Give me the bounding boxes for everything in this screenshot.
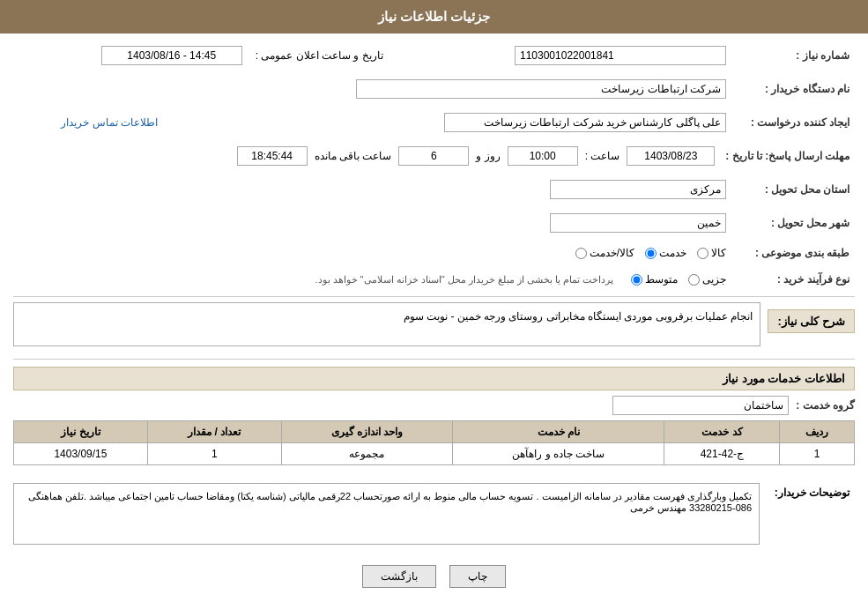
category-row: طبقه بندی موضوعی : کالا خدمت کالا/خدمت	[13, 243, 855, 263]
buyer-notes-box[interactable]: تکمیل وبارگذاری فهرست مقادیر در سامانه ا…	[13, 483, 760, 545]
purchase-type-row: نوع فرآیند خرید : جزیی متوسط	[13, 270, 855, 289]
category-khedmat-radio[interactable]	[645, 248, 657, 259]
need-number-label: شماره نیاز :	[731, 42, 855, 69]
category-kala-khedmat-label: کالا/خدمت	[590, 247, 634, 259]
announce-date-label: تاریخ و ساعت اعلان عمومی :	[248, 42, 389, 69]
deadline-days-label: روز و	[476, 150, 500, 162]
deadline-row: مهلت ارسال پاسخ: تا تاریخ : 1403/08/23 س…	[13, 143, 855, 169]
deadline-remaining-field: 18:45:44	[237, 146, 308, 166]
purchase-type-options: جزیی متوسط پرداخت تمام یا بخشی از مبلغ خ…	[13, 270, 731, 289]
row-unit: مجموعه	[281, 443, 452, 465]
services-section-title: اطلاعات خدمات مورد نیاز	[13, 367, 855, 390]
back-button[interactable]: بازگشت	[362, 565, 436, 588]
divider-2	[13, 359, 855, 360]
category-kala-khedmat[interactable]: کالا/خدمت	[575, 247, 634, 259]
row-name: ساخت جاده و راهآهن	[453, 443, 664, 465]
category-kala[interactable]: کالا	[697, 247, 726, 259]
purchase-type-motavasset-radio[interactable]	[631, 274, 642, 286]
description-row: شرح کلی نیاز: انجام عملیات برفروبی موردی…	[13, 302, 855, 353]
city-field: خمین	[550, 213, 726, 233]
province-value: مرکزی	[13, 176, 731, 203]
services-table: ردیف کد خدمت نام خدمت واحد اندازه گیری ت…	[13, 420, 855, 465]
purchase-type-motavasset[interactable]: متوسط	[631, 273, 678, 286]
purchase-type-note: پرداخت تمام یا بخشی از مبلغ خریدار محل "…	[315, 274, 613, 286]
buyer-name-field: شرکت ارتباطات زیرساخت	[356, 79, 726, 99]
city-row: شهر محل تحویل : خمین	[13, 210, 855, 236]
buyer-name-value: شرکت ارتباطات زیرساخت	[13, 76, 731, 102]
category-label: طبقه بندی موضوعی :	[731, 243, 855, 263]
row-num: 1	[780, 443, 855, 465]
services-th-name: نام خدمت	[453, 421, 664, 443]
description-section-title: شرح کلی نیاز:	[768, 309, 855, 333]
creator-row: ایجاد کننده درخواست : علی پاگلی کارشناس …	[13, 109, 855, 136]
buyer-name-label: نام دستگاه خریدار :	[731, 76, 855, 102]
category-khedmat[interactable]: خدمت	[645, 247, 686, 259]
page-header: جزئیات اطلاعات نیاز	[0, 0, 868, 33]
purchase-type-label: نوع فرآیند خرید :	[731, 270, 855, 289]
purchase-type-jozi-radio[interactable]	[688, 274, 700, 286]
buyer-name-row: نام دستگاه خریدار : شرکت ارتباطات زیرساخ…	[13, 76, 855, 102]
page-wrapper: جزئیات اطلاعات نیاز شماره نیاز : 1103001…	[0, 0, 868, 609]
services-th-unit: واحد اندازه گیری	[281, 421, 452, 443]
purchase-type-radio-group: جزیی متوسط	[631, 273, 726, 286]
city-value: خمین	[13, 210, 731, 236]
purchase-type-container: جزیی متوسط پرداخت تمام یا بخشی از مبلغ خ…	[19, 273, 726, 286]
divider-1	[13, 296, 855, 297]
services-th-date: تاریخ نیاز	[14, 421, 148, 443]
deadline-label: مهلت ارسال پاسخ: تا تاریخ :	[720, 143, 855, 169]
services-th-row-num: ردیف	[780, 421, 855, 443]
deadline-time-label: ساعت :	[585, 150, 620, 162]
services-th-code: کد خدمت	[664, 421, 780, 443]
purchase-type-jozi-label: جزیی	[702, 273, 726, 286]
creator-value: علی پاگلی کارشناس خرید شرکت ارتباطات زیر…	[206, 109, 731, 136]
contact-link[interactable]: اطلاعات تماس خریدار	[61, 116, 158, 129]
province-row: استان محل تحویل : مرکزی	[13, 176, 855, 203]
buttons-row: چاپ بازگشت	[13, 565, 855, 588]
category-radio-group: کالا خدمت کالا/خدمت	[19, 247, 726, 259]
announce-date-field: 1403/08/16 - 14:45	[101, 46, 242, 65]
creator-field: علی پاگلی کارشناس خرید شرکت ارتباطات زیر…	[444, 113, 726, 132]
services-th-qty: تعداد / مقدار	[147, 421, 281, 443]
need-number-field: 1103001022001841	[515, 46, 726, 65]
row-date: 1403/09/15	[14, 443, 148, 465]
description-box[interactable]: انجام عملیات برفروبی موردی ایستگاه مخابر…	[13, 302, 760, 346]
announce-date-value: 1403/08/16 - 14:45	[13, 42, 248, 69]
table-row: 1 ج-42-421 ساخت جاده و راهآهن مجموعه 1 1…	[14, 443, 855, 465]
row-qty: 1	[147, 443, 281, 465]
buyer-notes-label: توضیحات خریدار:	[767, 483, 855, 502]
need-number-value: 1103001022001841	[389, 42, 731, 69]
need-number-row: شماره نیاز : 1103001022001841 تاریخ و سا…	[13, 42, 855, 69]
city-label: شهر محل تحویل :	[731, 210, 855, 236]
page-title: جزئیات اطلاعات نیاز	[378, 9, 490, 24]
deadline-days-field: 6	[398, 146, 469, 166]
deadline-date-field: 1403/08/23	[627, 146, 715, 166]
category-kala-khedmat-radio[interactable]	[575, 248, 587, 259]
deadline-remaining-label: ساعت باقی مانده	[315, 150, 392, 162]
service-group-row: گروه خدمت : ساختمان	[13, 396, 855, 415]
main-content: شماره نیاز : 1103001022001841 تاریخ و سا…	[0, 33, 868, 609]
province-field: مرکزی	[550, 180, 726, 199]
deadline-values: 1403/08/23 ساعت : 10:00 روز و 6 ساعت باق…	[13, 143, 720, 169]
buyer-notes-row: توضیحات خریدار: تکمیل وبارگذاری فهرست مق…	[13, 483, 855, 552]
category-options: کالا خدمت کالا/خدمت	[13, 243, 731, 263]
purchase-type-jozi[interactable]: جزیی	[688, 273, 726, 286]
contact-link-cell: اطلاعات تماس خریدار	[13, 109, 206, 136]
print-button[interactable]: چاپ	[449, 565, 506, 588]
creator-label: ایجاد کننده درخواست :	[731, 109, 855, 136]
deadline-time-field: 10:00	[508, 146, 578, 166]
purchase-type-motavasset-label: متوسط	[645, 273, 678, 286]
deadline-date-row: 1403/08/23 ساعت : 10:00 روز و 6 ساعت باق…	[19, 146, 715, 166]
category-kala-radio[interactable]	[697, 248, 708, 259]
service-group-label: گروه خدمت :	[796, 399, 855, 412]
category-kala-label: کالا	[711, 247, 726, 259]
category-khedmat-label: خدمت	[659, 247, 686, 259]
row-code: ج-42-421	[664, 443, 780, 465]
province-label: استان محل تحویل :	[731, 176, 855, 203]
service-group-field: ساختمان	[612, 396, 789, 415]
